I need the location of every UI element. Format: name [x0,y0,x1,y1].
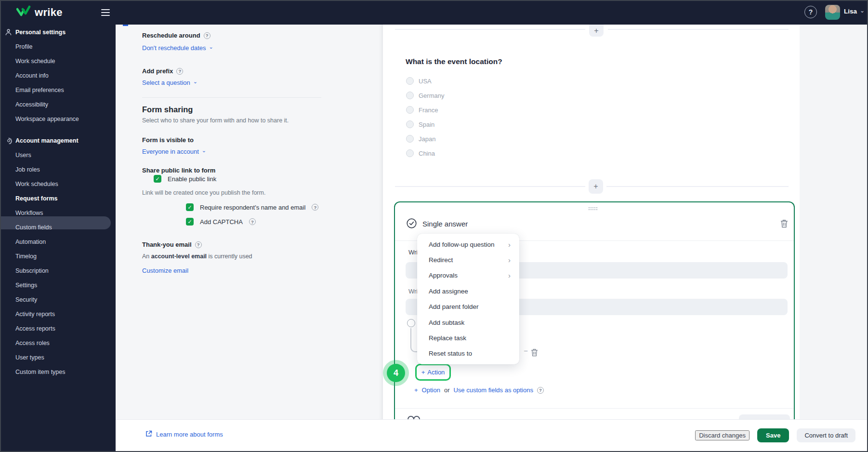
followup-connector [410,328,417,352]
enable-public-link-label: Enable public link [168,175,216,183]
sidebar-item-automation[interactable]: Automation [15,237,46,247]
single-answer-icon [407,218,417,230]
radio-icon [406,92,414,99]
sidebar-item-activity-reports[interactable]: Activity reports [15,309,55,319]
captcha-label: Add CAPTCHA [200,218,243,226]
sidebar-item-custom-fields[interactable]: Custom fields [15,223,52,232]
menu-item-add-subtask[interactable]: Add subtask [417,315,519,330]
checkbox-checked[interactable]: ✓ [186,203,194,211]
sidebar-item-subscription[interactable]: Subscription [15,266,49,276]
sidebar-item-access-roles[interactable]: Access roles [15,338,50,348]
radio-icon [406,77,414,85]
menu-item-approvals[interactable]: Approvals› [417,268,519,283]
sidebar-item-timelog[interactable]: Timelog [15,252,37,261]
delete-question-icon[interactable] [780,219,788,230]
help-circle-icon[interactable]: ? [195,241,202,248]
help-circle-icon[interactable]: ? [204,32,210,39]
sidebar-item-job-roles[interactable]: Job roles [15,165,40,174]
sidebar-item-workflows[interactable]: Workflows [15,208,43,218]
checkbox-checked[interactable]: ✓ [186,218,194,226]
visible-to-dropdown[interactable]: Everyone in account ⌄ [142,148,206,155]
wrike-app: wrike ? Lisa ⌄ Personal settings Profile… [0,0,868,452]
sidebar-item-security[interactable]: Security [15,295,37,305]
learn-more-link[interactable]: Learn more about forms [145,430,223,439]
question-card: Single answer Writ Writ – 4 + Action [394,201,795,419]
option-row: Japan [406,134,435,144]
enable-public-link-row: ✓ Enable public link [154,175,216,183]
gear-icon [5,137,12,146]
sidebar-item-email-preferences[interactable]: Email preferences [15,85,64,95]
customize-email-link[interactable]: Customize email [142,267,188,274]
sidebar-section-account-management[interactable]: Account management [15,136,79,146]
sidebar-item-work-schedule[interactable]: Work schedule [15,56,55,66]
sidebar-item-profile[interactable]: Profile [15,42,32,52]
add-option-button[interactable]: Option [422,386,440,394]
checkbox-checked[interactable]: ✓ [154,175,161,183]
avatar[interactable] [825,5,840,20]
add-question-button[interactable]: + [589,179,603,194]
external-link-icon [145,430,152,439]
discard-changes-button[interactable]: Discard changes [695,430,750,440]
save-button[interactable]: Save [757,428,789,442]
drag-handle-icon[interactable] [589,207,597,210]
sidebar-item-users[interactable]: Users [15,150,31,160]
insert-divider [395,186,585,187]
chevron-down-icon: ⌄ [202,147,206,154]
logo-text: wrike [35,6,63,19]
add-action-button[interactable]: + Action [415,364,451,381]
hamburger-menu-icon[interactable] [101,9,110,16]
add-question-button[interactable]: + [589,25,604,37]
delete-option-icon[interactable] [531,348,538,359]
sidebar-item-access-reports[interactable]: Access reports [15,324,55,333]
sidebar-section-personal[interactable]: Personal settings [15,27,66,37]
menu-item-add-assignee[interactable]: Add assignee [417,283,519,299]
top-header: wrike ? Lisa ⌄ [0,0,868,25]
thankyou-email-note: An account-level email is currently used [142,253,252,260]
sidebar-item-account-info[interactable]: Account info [15,71,49,80]
insert-divider [608,29,789,30]
use-custom-fields-link[interactable]: Use custom fields as options [453,386,533,394]
visible-to-label: Form is visible to [142,136,194,144]
link-created-note: Link will be created once you publish th… [142,189,265,196]
chevron-right-icon: › [508,271,511,279]
sidebar-item-custom-item-types[interactable]: Custom item types [15,367,66,377]
footer-actions: Discard changes Save Convert to draft [695,420,855,451]
chevron-down-icon: ⌄ [193,79,197,85]
sidebar-item-settings[interactable]: Settings [15,280,37,290]
menu-item-redirect[interactable]: Redirect› [417,252,519,267]
menu-item-reset-status-to[interactable]: Reset status to [417,346,519,361]
prefix-dropdown[interactable]: Select a question ⌄ [142,79,197,86]
wrike-check-icon [16,5,31,19]
footer-bar: Learn more about forms Discard changes S… [116,419,868,451]
help-circle-icon[interactable]: ? [249,218,256,225]
help-circle-icon[interactable]: ? [312,204,318,211]
sidebar-item-workspace-appearance[interactable]: Workspace appearance [15,114,79,124]
wrike-logo[interactable]: wrike [16,5,63,19]
help-circle-icon[interactable]: ? [537,387,544,394]
plus-icon: + [421,369,425,376]
convert-to-draft-button[interactable]: Convert to draft [797,428,855,442]
form-builder-canvas: + What is the event location? USA German… [383,25,868,419]
user-menu[interactable]: Lisa ⌄ [844,8,865,15]
sidebar-item-work-schedules[interactable]: Work schedules [15,179,58,189]
help-icon[interactable]: ? [804,6,817,18]
settings-sidebar: Personal settings Profile Work schedule … [0,25,116,452]
reschedule-dropdown[interactable]: Don't reschedule dates ⌄ [142,44,213,52]
sidebar-item-request-forms[interactable]: Request forms [15,194,58,203]
chevron-down-icon: ⌄ [860,7,865,14]
menu-item-replace-task[interactable]: Replace task [417,330,519,346]
menu-item-add-parent-folder[interactable]: Add parent folder [417,299,519,315]
sidebar-item-user-types[interactable]: User types [15,353,44,362]
insert-divider [606,186,789,187]
option-row: Spain [406,120,434,129]
sidebar-item-accessibility[interactable]: Accessibility [15,100,48,109]
clipped-link-sliver [123,25,128,26]
help-circle-icon[interactable]: ? [176,68,183,75]
chevron-right-icon: › [508,256,511,264]
option-row: France [406,105,438,115]
question-title[interactable]: What is the event location? [406,57,502,66]
radio-icon [406,120,414,128]
menu-item-add-follow-up-question[interactable]: Add follow-up question› [417,237,519,252]
form-sharing-title: Form sharing [142,105,193,114]
require-name-label: Require respondent's name and email [200,204,305,211]
